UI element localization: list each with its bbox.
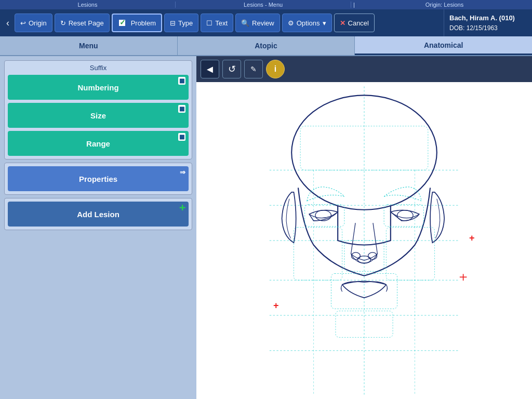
window-title-center: Lesions - Menu — [176, 2, 351, 8]
problem-button[interactable]: Problem — [112, 14, 162, 32]
properties-section: Properties ⇒ — [4, 163, 192, 195]
numbering-label: Numbering — [77, 83, 118, 92]
numbering-button[interactable]: Numbering ▦ — [8, 75, 189, 100]
problem-label: Problem — [131, 19, 156, 27]
type-button[interactable]: ⊟ Type — [164, 14, 198, 32]
reset-page-button[interactable]: ↻ Reset Page — [55, 14, 110, 32]
review-button[interactable]: 🔍 Review — [235, 14, 280, 32]
properties-label: Properties — [79, 175, 117, 183]
svg-point-15 — [368, 252, 377, 260]
back-nav-button[interactable]: ‹ — [3, 16, 12, 31]
size-button[interactable]: Size ▦ — [8, 103, 189, 128]
range-button[interactable]: Range ▦ — [8, 131, 189, 156]
window-title-divider: | — [351, 2, 357, 8]
view-edit-icon: ✎ — [250, 65, 257, 73]
origin-label: Origin — [29, 19, 47, 27]
suffix-title: Suffix — [8, 64, 189, 72]
view-refresh-icon: ↺ — [228, 63, 236, 75]
size-corner-icon: ▦ — [178, 105, 185, 113]
main-content: Suffix Numbering ▦ Size ▦ Range ▦ Proper… — [0, 56, 532, 399]
cancel-x-icon: ✕ — [340, 19, 345, 27]
options-dropdown-icon: ▾ — [323, 19, 326, 27]
svg-rect-12 — [305, 205, 344, 227]
tab-anatomical[interactable]: Anatomical — [355, 36, 532, 55]
svg-point-11 — [397, 210, 414, 221]
svg-point-14 — [351, 252, 360, 260]
problem-checkbox-icon — [118, 19, 126, 27]
tab-atopic[interactable]: Atopic — [178, 36, 355, 55]
suffix-section: Suffix Numbering ▦ Size ▦ Range ▦ — [4, 60, 192, 159]
tab-menu[interactable]: Menu — [0, 36, 178, 55]
svg-rect-22 — [386, 228, 434, 281]
range-corner-icon: ▦ — [178, 133, 185, 141]
properties-arrow-icon: ⇒ — [180, 168, 185, 176]
dob-value: 12/15/1963 — [467, 24, 498, 32]
view-back-icon: ◄ — [205, 63, 215, 75]
top-toolbar: ‹ ↩ Origin ↻ Reset Page Problem ⊟ Type ☐… — [0, 9, 532, 36]
options-button[interactable]: ⚙ Options ▾ — [282, 14, 332, 32]
review-label: Review — [252, 19, 274, 27]
view-toolbar: ◄ ↺ ✎ i — [196, 56, 532, 82]
add-lesion-plus-icon: ✛ — [179, 204, 185, 212]
patient-info: Bach, Hiram A. (010) DOB: 12/15/1963 — [444, 9, 532, 36]
view-info-button[interactable]: i — [266, 60, 285, 78]
window-title-left: Lesions — [0, 2, 176, 8]
reset-page-label: Reset Page — [69, 19, 104, 27]
view-info-icon: i — [274, 64, 276, 74]
cancel-button[interactable]: ✕ Cancel — [334, 14, 375, 32]
size-label: Size — [90, 111, 106, 120]
svg-rect-21 — [294, 228, 342, 281]
text-button[interactable]: ☐ Text — [201, 14, 233, 32]
window-title-right: Origin: Lesions — [357, 2, 532, 8]
numbering-corner-icon: ▦ — [178, 77, 185, 85]
type-label: Type — [178, 19, 193, 27]
range-label: Range — [86, 139, 110, 148]
svg-point-10 — [315, 210, 331, 221]
right-panel: ◄ ↺ ✎ i — [196, 56, 532, 399]
dob-label: DOB: — [449, 24, 464, 32]
view-back-button[interactable]: ◄ — [201, 60, 219, 78]
anatomical-face-svg — [196, 82, 532, 399]
reset-icon: ↻ — [60, 19, 66, 27]
tab-bar: Menu Atopic Anatomical — [0, 36, 532, 56]
origin-button[interactable]: ↩ Origin — [15, 14, 52, 32]
left-panel: Suffix Numbering ▦ Size ▦ Range ▦ Proper… — [0, 56, 196, 399]
window-title-bar: Lesions Lesions - Menu | Origin: Lesions — [0, 0, 532, 9]
text-icon: ☐ — [206, 19, 212, 27]
review-icon: 🔍 — [241, 19, 249, 27]
cancel-label: Cancel — [348, 19, 369, 27]
add-lesion-button[interactable]: Add Lesion ✛ — [8, 202, 189, 227]
patient-name: Bach, Hiram A. (010) — [449, 13, 527, 23]
add-lesion-label: Add Lesion — [77, 210, 119, 219]
type-icon: ⊟ — [170, 19, 176, 27]
add-lesion-section: Add Lesion ✛ — [4, 198, 192, 230]
properties-button[interactable]: Properties ⇒ — [8, 166, 189, 191]
patient-dob: DOB: 12/15/1963 — [449, 23, 527, 33]
canvas-area: + + — [196, 82, 532, 399]
origin-icon: ↩ — [20, 19, 26, 27]
options-label: Options — [297, 19, 320, 27]
view-refresh-button[interactable]: ↺ — [222, 60, 241, 78]
text-label: Text — [215, 19, 228, 27]
view-edit-button[interactable]: ✎ — [244, 60, 263, 78]
options-icon: ⚙ — [288, 19, 294, 27]
